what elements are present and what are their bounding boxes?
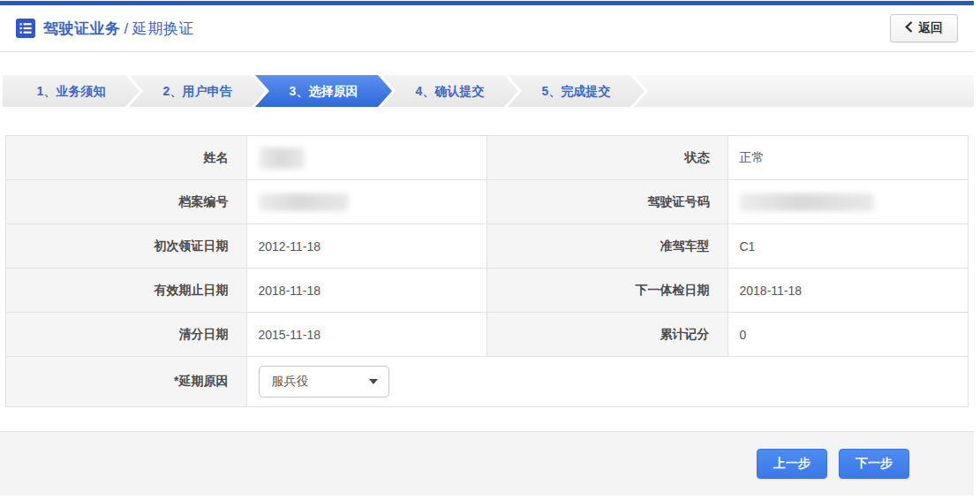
redacted-name-value xyxy=(259,148,305,169)
value-name xyxy=(246,136,487,180)
label-accumulated-points: 累计记分 xyxy=(487,313,728,357)
back-button-label: 返回 xyxy=(918,20,943,36)
step-tab-3-select-reason[interactable]: 3、选择原因 xyxy=(255,75,392,107)
page: 驾驶证业务/延期换证 返回 1、业务须知 2、用户申告 3、选择原因 4、确认提… xyxy=(0,0,974,496)
label-points-clear-date: 清分日期 xyxy=(6,313,247,357)
label-license-number: 驾驶证号码 xyxy=(487,180,728,224)
label-permitted-vehicle-type: 准驾车型 xyxy=(487,224,728,269)
redacted-license-number-value xyxy=(740,193,874,211)
page-title: 驾驶证业务/延期换证 xyxy=(43,19,194,39)
value-points-clear-date: 2015-11-18 xyxy=(246,313,487,357)
extension-reason-select[interactable]: 服兵役 xyxy=(259,366,389,398)
page-title-primary: 驾驶证业务 xyxy=(43,20,121,37)
value-first-issue-date: 2012-11-18 xyxy=(246,224,487,269)
value-license-number xyxy=(727,180,969,224)
value-valid-until-date: 2018-11-18 xyxy=(246,269,487,313)
table-row: 姓名 状态 正常 xyxy=(6,136,969,180)
step-tab-4-confirm-submit[interactable]: 4、确认提交 xyxy=(381,75,518,107)
step-tab-5-finish-submit[interactable]: 5、完成提交 xyxy=(508,75,645,107)
label-name: 姓名 xyxy=(6,136,247,180)
list-icon xyxy=(16,19,35,38)
breadcrumb: 驾驶证业务/延期换证 xyxy=(16,19,194,39)
label-status: 状态 xyxy=(487,136,728,180)
extension-reason-selected-option: 服兵役 xyxy=(272,374,309,390)
value-file-number xyxy=(246,180,487,224)
label-next-physical-date: 下一体检日期 xyxy=(487,269,728,313)
next-step-button[interactable]: 下一步 xyxy=(839,449,909,479)
page-title-secondary: 延期换证 xyxy=(132,20,194,37)
label-first-issue-date: 初次领证日期 xyxy=(6,224,247,269)
table-row: *延期原因 服兵役 xyxy=(6,357,969,407)
step-tab-2-user-declaration[interactable]: 2、用户申告 xyxy=(129,75,266,107)
redacted-file-number-value xyxy=(259,193,349,211)
previous-step-button[interactable]: 上一步 xyxy=(757,449,827,479)
value-next-physical-date: 2018-11-18 xyxy=(727,269,969,313)
step-progress-bar: 1、业务须知 2、用户申告 3、选择原因 4、确认提交 5、完成提交 xyxy=(3,75,974,107)
license-info-table: 姓名 状态 正常 档案编号 驾驶证号码 初次领证日期 2012-11-18 准驾… xyxy=(5,135,969,407)
chevron-left-icon xyxy=(905,21,913,35)
table-row: 清分日期 2015-11-18 累计记分 0 xyxy=(6,313,969,357)
breadcrumb-separator: / xyxy=(124,20,129,37)
table-row: 有效期止日期 2018-11-18 下一体检日期 2018-11-18 xyxy=(6,269,969,313)
step-tab-1-business-notice[interactable]: 1、业务须知 xyxy=(3,75,139,107)
license-info-table-wrap: 姓名 状态 正常 档案编号 驾驶证号码 初次领证日期 2012-11-18 准驾… xyxy=(5,135,969,407)
value-permitted-vehicle-type: C1 xyxy=(727,224,969,269)
label-file-number: 档案编号 xyxy=(6,180,247,224)
label-extension-reason: *延期原因 xyxy=(6,357,247,407)
value-status: 正常 xyxy=(727,136,969,180)
step-bar-filler xyxy=(634,75,974,107)
value-extension-reason-cell: 服兵役 xyxy=(246,357,969,407)
label-valid-until-date: 有效期止日期 xyxy=(6,269,247,313)
value-accumulated-points: 0 xyxy=(727,313,969,357)
header: 驾驶证业务/延期换证 返回 xyxy=(0,5,974,52)
table-row: 档案编号 驾驶证号码 xyxy=(6,180,969,224)
table-row: 初次领证日期 2012-11-18 准驾车型 C1 xyxy=(6,224,969,269)
caret-down-icon xyxy=(369,379,378,384)
footer-action-bar: 上一步 下一步 xyxy=(0,431,974,496)
back-button[interactable]: 返回 xyxy=(890,14,958,42)
